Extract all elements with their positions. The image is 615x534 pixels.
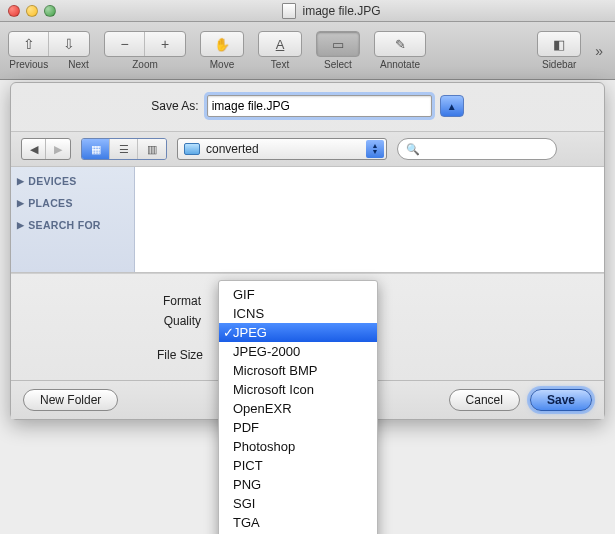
nav-back-forward: ◀ ▶	[21, 138, 71, 160]
next-button[interactable]: ⇩	[49, 32, 89, 56]
minus-icon: −	[120, 36, 128, 52]
move-button[interactable]: ✋	[200, 31, 244, 57]
icon-view-button[interactable]: ▦	[82, 139, 110, 159]
annotate-label: Annotate	[380, 59, 420, 70]
new-folder-label: New Folder	[40, 393, 101, 407]
sidebar-label: Sidebar	[542, 59, 576, 70]
search-icon: 🔍	[406, 143, 420, 156]
zoom-icon[interactable]	[44, 5, 56, 17]
format-menu-item[interactable]: Microsoft BMP	[219, 361, 377, 380]
column-view-icon: ▥	[147, 143, 157, 156]
arrow-up-icon: ⇧	[23, 36, 35, 52]
sidebar-button[interactable]: ◧	[537, 31, 581, 57]
plus-icon: +	[161, 36, 169, 52]
format-menu-item[interactable]: Microsoft Icon	[219, 380, 377, 399]
folder-name: converted	[206, 142, 259, 156]
format-menu-item[interactable]: SGI	[219, 494, 377, 513]
next-label: Next	[68, 59, 89, 70]
save-button[interactable]: Save	[530, 389, 592, 411]
zoom-seg: − +	[104, 31, 186, 57]
source-list: ▶DEVICES ▶PLACES ▶SEARCH FOR	[11, 167, 135, 272]
chevron-left-icon: ◀	[30, 143, 38, 156]
annotate-button[interactable]: ✎	[374, 31, 426, 57]
overflow-icon[interactable]: »	[595, 43, 607, 59]
traffic-lights	[8, 5, 56, 17]
prev-next-seg: ⇧ ⇩	[8, 31, 90, 57]
format-menu-item[interactable]: GIF	[219, 285, 377, 304]
format-menu-item[interactable]: JPEG-2000	[219, 342, 377, 361]
arrow-down-icon: ⇩	[63, 36, 75, 52]
view-mode-seg: ▦ ☰ ▥	[81, 138, 167, 160]
sidebar-item-label: SEARCH FOR	[28, 219, 100, 231]
icon-view-icon: ▦	[91, 143, 101, 156]
search-field[interactable]: 🔍	[397, 138, 557, 160]
disclosure-triangle-icon: ▶	[17, 176, 24, 186]
location-bar: ◀ ▶ ▦ ☰ ▥ converted ▲▼ 🔍	[11, 131, 604, 167]
filesize-label: File Size	[157, 348, 203, 362]
text-label: Text	[271, 59, 289, 70]
text-button[interactable]: A	[258, 31, 302, 57]
format-menu-item[interactable]: OpenEXR	[219, 399, 377, 418]
disclosure-triangle-icon: ▶	[17, 220, 24, 230]
select-icon: ▭	[332, 37, 344, 52]
format-menu-item[interactable]: JPEG	[219, 323, 377, 342]
zoom-label: Zoom	[132, 59, 158, 70]
sidebar-item-devices[interactable]: ▶DEVICES	[17, 175, 128, 187]
popup-arrows-icon: ▲▼	[366, 140, 384, 158]
format-menu[interactable]: GIFICNSJPEGJPEG-2000Microsoft BMPMicroso…	[218, 280, 378, 534]
format-menu-item[interactable]: PNG	[219, 475, 377, 494]
disclosure-triangle-icon: ▶	[17, 198, 24, 208]
pencil-icon: ✎	[395, 37, 406, 52]
list-view-icon: ☰	[119, 143, 129, 156]
folder-icon	[184, 143, 200, 155]
previous-label: Previous	[9, 59, 48, 70]
triangle-up-icon: ▲	[447, 101, 457, 112]
format-menu-item[interactable]: PICT	[219, 456, 377, 475]
sidebar-icon: ◧	[553, 37, 565, 52]
forward-button[interactable]: ▶	[46, 139, 70, 159]
format-label: Format	[41, 294, 201, 308]
window-title: image file.JPG	[302, 4, 380, 18]
cancel-button[interactable]: Cancel	[449, 389, 520, 411]
sidebar-item-label: DEVICES	[28, 175, 76, 187]
back-button[interactable]: ◀	[22, 139, 46, 159]
select-button[interactable]: ▭	[316, 31, 360, 57]
sidebar-item-searchfor[interactable]: ▶SEARCH FOR	[17, 219, 128, 231]
saveas-input[interactable]	[207, 95, 432, 117]
document-icon	[282, 3, 296, 19]
search-input[interactable]	[426, 142, 560, 156]
file-list[interactable]	[135, 167, 604, 272]
move-label: Move	[210, 59, 234, 70]
saveas-label: Save As:	[151, 99, 198, 113]
format-menu-item[interactable]: PDF	[219, 418, 377, 437]
column-view-button[interactable]: ▥	[138, 139, 166, 159]
cancel-label: Cancel	[466, 393, 503, 407]
list-view-button[interactable]: ☰	[110, 139, 138, 159]
new-folder-button[interactable]: New Folder	[23, 389, 118, 411]
file-browser: ▶DEVICES ▶PLACES ▶SEARCH FOR	[11, 167, 604, 273]
previous-button[interactable]: ⇧	[9, 32, 49, 56]
save-label: Save	[547, 393, 575, 407]
sidebar-item-places[interactable]: ▶PLACES	[17, 197, 128, 209]
window-titlebar: image file.JPG	[0, 0, 615, 22]
sidebar-item-label: PLACES	[28, 197, 72, 209]
quality-label: Quality	[41, 314, 201, 328]
hand-icon: ✋	[214, 37, 230, 52]
format-menu-item[interactable]: TGA	[219, 513, 377, 532]
format-menu-item[interactable]: ICNS	[219, 304, 377, 323]
zoom-in-button[interactable]: +	[145, 32, 185, 56]
minimize-icon[interactable]	[26, 5, 38, 17]
close-icon[interactable]	[8, 5, 20, 17]
disclosure-button[interactable]: ▲	[440, 95, 464, 117]
zoom-out-button[interactable]: −	[105, 32, 145, 56]
format-menu-item[interactable]: Photoshop	[219, 437, 377, 456]
select-label: Select	[324, 59, 352, 70]
text-icon: A	[276, 37, 285, 52]
folder-popup[interactable]: converted ▲▼	[177, 138, 387, 160]
chevron-right-icon: ▶	[54, 143, 62, 156]
main-toolbar: ⇧ ⇩ Previous Next − + Zoom ✋ Move A Text…	[0, 22, 615, 80]
